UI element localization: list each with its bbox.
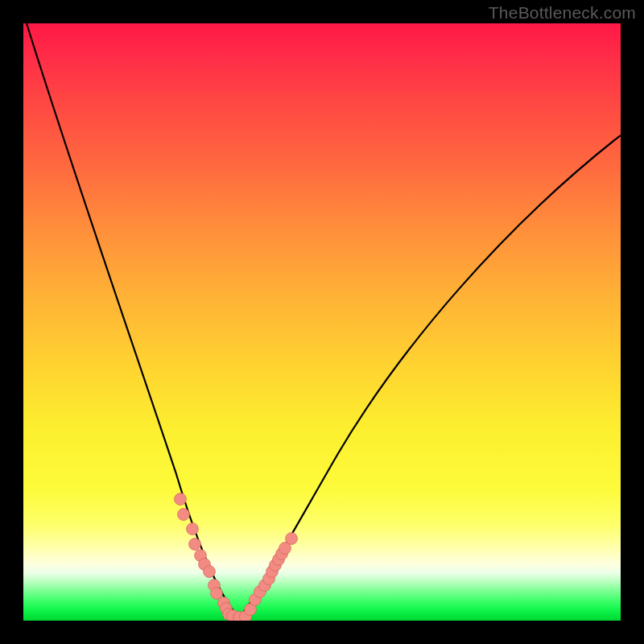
right-branch-curve bbox=[239, 135, 621, 617]
data-dot bbox=[204, 566, 216, 578]
curve-group bbox=[27, 23, 621, 619]
data-dot bbox=[175, 493, 187, 506]
data-dot bbox=[187, 523, 199, 535]
watermark-text: TheBottleneck.com bbox=[489, 3, 636, 23]
data-dot bbox=[189, 539, 201, 551]
data-dot bbox=[178, 509, 190, 521]
dot-group bbox=[175, 493, 298, 621]
plot-area bbox=[23, 23, 621, 621]
left-branch-curve bbox=[27, 23, 239, 617]
chart-svg bbox=[23, 23, 621, 621]
data-dot bbox=[286, 533, 298, 545]
chart-frame: TheBottleneck.com bbox=[0, 0, 644, 644]
